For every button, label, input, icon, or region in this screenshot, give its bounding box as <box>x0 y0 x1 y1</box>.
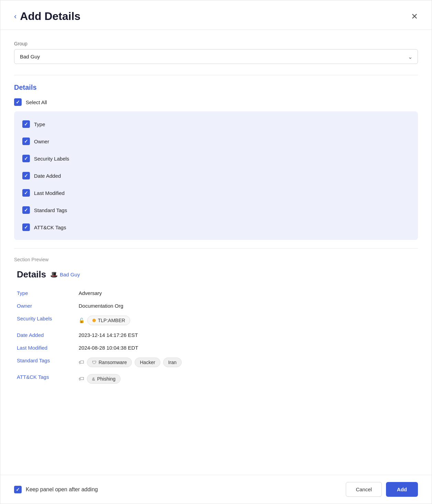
tag-label-ransomware: Ransomware <box>99 360 127 365</box>
preview-row-type: Type Adversary <box>17 287 415 299</box>
divider-2 <box>14 248 418 249</box>
checklist-box: Type Owner Security Labels Date Added <box>14 111 418 240</box>
preview-val-owner: Documentation Org <box>79 299 415 312</box>
preview-val-attck-tags: 🏷 & Phishing <box>79 371 415 387</box>
footer: Keep panel open after adding Cancel Add <box>0 475 432 504</box>
tag-pill-iran: Iran <box>163 358 182 367</box>
keep-open-row: Keep panel open after adding <box>14 486 98 493</box>
checklist-label-owner: Owner <box>34 139 49 144</box>
checkbox-last-modified[interactable] <box>22 189 30 197</box>
page-title: Add Details <box>20 10 80 23</box>
select-all-checkbox[interactable] <box>14 98 22 106</box>
checklist-item-date-added: Date Added <box>22 167 410 184</box>
checklist-label-attck-tags: ATT&CK Tags <box>34 224 66 230</box>
group-select-wrapper: Bad Guy ⌄ <box>14 49 418 64</box>
tag-pill-phishing: & Phishing <box>87 374 121 384</box>
preview-title: Details <box>17 269 46 280</box>
tag-icon-attck: 🏷 <box>79 376 84 382</box>
group-label: Group <box>14 41 418 46</box>
ransomware-icon: 🛡 <box>92 360 96 365</box>
preview-group-badge: 🎩 Bad Guy <box>50 271 80 278</box>
preview-key-owner: Owner <box>17 299 79 312</box>
preview-table: Type Adversary Owner Documentation Org S… <box>17 287 415 387</box>
preview-val-date-added: 2023-12-14 14:17:26 EST <box>79 329 415 341</box>
preview-header: Details 🎩 Bad Guy <box>17 269 415 280</box>
cancel-button[interactable]: Cancel <box>346 482 382 497</box>
checkbox-standard-tags[interactable] <box>22 206 30 214</box>
tag-pill-ransomware: 🛡 Ransomware <box>87 358 132 367</box>
checkbox-attck-tags[interactable] <box>22 223 30 231</box>
preview-val-security-labels: 🔓 TLP:AMBER <box>79 312 415 329</box>
security-labels-row: 🔓 TLP:AMBER <box>79 316 415 325</box>
section-preview-label: Section Preview <box>14 257 418 262</box>
back-button[interactable]: ‹ <box>14 12 16 21</box>
checklist-item-standard-tags: Standard Tags <box>22 201 410 219</box>
details-section-heading: Details <box>14 84 418 91</box>
checklist-label-last-modified: Last Modified <box>34 190 65 196</box>
keep-open-label: Keep panel open after adding <box>26 486 98 493</box>
preview-key-standard-tags: Standard Tags <box>17 354 79 371</box>
checklist-item-owner: Owner <box>22 133 410 150</box>
group-select[interactable]: Bad Guy <box>14 49 418 64</box>
back-icon: ‹ <box>14 12 16 21</box>
attck-icon: & <box>92 376 95 382</box>
footer-buttons: Cancel Add <box>346 482 418 497</box>
standard-tags-row: 🏷 🛡 Ransomware Hacker Iran <box>79 358 415 367</box>
checklist-label-security-labels: Security Labels <box>34 156 69 162</box>
amber-dot <box>92 319 96 322</box>
preview-key-attck-tags: ATT&CK Tags <box>17 371 79 387</box>
preview-row-date-added: Date Added 2023-12-14 14:17:26 EST <box>17 329 415 341</box>
checklist-label-type: Type <box>34 121 45 127</box>
attck-tags-row: 🏷 & Phishing <box>79 374 415 384</box>
checkbox-security-labels[interactable] <box>22 155 30 162</box>
close-icon: ✕ <box>411 12 418 21</box>
divider-1 <box>14 75 418 75</box>
preview-group-name: Bad Guy <box>60 272 80 277</box>
checklist-item-last-modified: Last Modified <box>22 184 410 201</box>
hat-icon: 🎩 <box>50 271 58 278</box>
preview-row-attck-tags: ATT&CK Tags 🏷 & Phishing <box>17 371 415 387</box>
preview-val-last-modified: 2024-08-28 10:04:38 EDT <box>79 341 415 354</box>
lock-icon: 🔓 <box>79 318 84 323</box>
preview-row-standard-tags: Standard Tags 🏷 🛡 Ransomware Hacker <box>17 354 415 371</box>
checklist-label-standard-tags: Standard Tags <box>34 207 67 213</box>
preview-row-last-modified: Last Modified 2024-08-28 10:04:38 EDT <box>17 341 415 354</box>
checklist-item-security-labels: Security Labels <box>22 150 410 167</box>
preview-key-type: Type <box>17 287 79 299</box>
preview-val-standard-tags: 🏷 🛡 Ransomware Hacker Iran <box>79 354 415 371</box>
select-all-row: Select All <box>14 98 418 106</box>
preview-row-owner: Owner Documentation Org <box>17 299 415 312</box>
tag-label-iran: Iran <box>168 360 177 365</box>
add-button[interactable]: Add <box>386 482 418 497</box>
preview-val-type: Adversary <box>79 287 415 299</box>
preview-key-last-modified: Last Modified <box>17 341 79 354</box>
checklist-label-date-added: Date Added <box>34 173 61 179</box>
tag-pill-hacker: Hacker <box>135 358 160 367</box>
tlp-amber-label: TLP:AMBER <box>98 318 125 323</box>
checkbox-owner[interactable] <box>22 138 30 145</box>
select-all-label: Select All <box>26 99 47 105</box>
preview-box: Details 🎩 Bad Guy Type Adversary Owner D… <box>14 269 418 387</box>
checkbox-type[interactable] <box>22 120 30 128</box>
keep-open-checkbox[interactable] <box>14 486 22 493</box>
tlp-amber-badge: TLP:AMBER <box>87 316 130 325</box>
tag-icon-standard: 🏷 <box>79 359 84 365</box>
preview-key-date-added: Date Added <box>17 329 79 341</box>
checklist-item-type: Type <box>22 116 410 133</box>
checkbox-date-added[interactable] <box>22 172 30 179</box>
tag-label-phishing: Phishing <box>97 376 116 382</box>
tag-label-hacker: Hacker <box>140 360 155 365</box>
checklist-item-attck-tags: ATT&CK Tags <box>22 219 410 236</box>
close-button[interactable]: ✕ <box>411 12 418 21</box>
preview-key-security-labels: Security Labels <box>17 312 79 329</box>
preview-row-security-labels: Security Labels 🔓 TLP:AMBER <box>17 312 415 329</box>
